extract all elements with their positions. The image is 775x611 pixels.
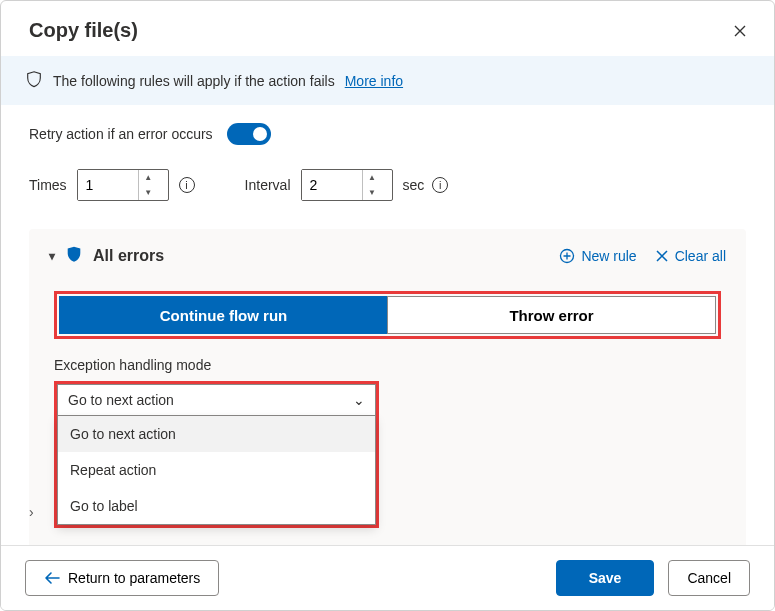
chevron-down-icon: ⌄ — [353, 392, 365, 408]
mode-label: Exception handling mode — [54, 357, 721, 373]
close-icon — [732, 23, 748, 39]
info-text: The following rules will apply if the ac… — [53, 73, 335, 89]
save-button[interactable]: Save — [556, 560, 655, 596]
advanced-expander[interactable]: › — [29, 504, 34, 520]
retry-fields: Times ▲ ▼ i Interval ▲ ▼ — [29, 169, 746, 201]
retry-toggle[interactable] — [227, 123, 271, 145]
retry-label: Retry action if an error occurs — [29, 126, 213, 142]
info-icon[interactable]: i — [432, 177, 448, 193]
cancel-button[interactable]: Cancel — [668, 560, 750, 596]
dialog-title: Copy file(s) — [29, 19, 138, 42]
errors-title: All errors — [93, 247, 164, 265]
mode-dropdown-list: Go to next action Repeat action Go to la… — [57, 416, 376, 525]
x-icon — [655, 249, 669, 263]
shield-icon — [65, 245, 83, 267]
tab-continue-flow-run[interactable]: Continue flow run — [59, 296, 387, 334]
times-up-icon[interactable]: ▲ — [139, 170, 158, 185]
errors-panel: ▾ All errors New rule Clear all — [29, 229, 746, 548]
segmented-highlight: Continue flow run Throw error — [54, 291, 721, 339]
shield-icon — [25, 70, 43, 91]
interval-down-icon[interactable]: ▼ — [363, 185, 382, 200]
plus-circle-icon — [559, 248, 575, 264]
errors-title-row[interactable]: ▾ All errors — [49, 245, 164, 267]
arrow-left-icon — [44, 571, 60, 585]
mode-dropdown-highlight: Go to next action ⌄ Go to next action Re… — [54, 381, 379, 528]
interval-input[interactable] — [302, 170, 362, 200]
segmented-control: Continue flow run Throw error — [59, 296, 716, 334]
return-to-parameters-button[interactable]: Return to parameters — [25, 560, 219, 596]
more-info-link[interactable]: More info — [345, 73, 403, 89]
tab-throw-error[interactable]: Throw error — [387, 296, 716, 334]
interval-up-icon[interactable]: ▲ — [363, 170, 382, 185]
dialog-body: Retry action if an error occurs Times ▲ … — [1, 105, 774, 548]
mode-option[interactable]: Go to label — [58, 488, 375, 524]
retry-row: Retry action if an error occurs — [29, 123, 746, 145]
interval-unit: sec — [403, 177, 425, 193]
times-label: Times — [29, 177, 67, 193]
chevron-right-icon: › — [29, 504, 34, 520]
clear-all-button[interactable]: Clear all — [655, 248, 726, 264]
chevron-down-icon: ▾ — [49, 249, 55, 263]
times-down-icon[interactable]: ▼ — [139, 185, 158, 200]
mode-dropdown[interactable]: Go to next action ⌄ — [57, 384, 376, 416]
dialog: Copy file(s) The following rules will ap… — [0, 0, 775, 611]
mode-option[interactable]: Repeat action — [58, 452, 375, 488]
times-input[interactable] — [78, 170, 138, 200]
mode-option[interactable]: Go to next action — [58, 416, 375, 452]
info-bar: The following rules will apply if the ac… — [1, 56, 774, 105]
mode-selected-value: Go to next action — [68, 392, 174, 408]
interval-label: Interval — [245, 177, 291, 193]
close-button[interactable] — [730, 21, 750, 41]
dialog-footer: Return to parameters Save Cancel — [1, 545, 774, 610]
new-rule-button[interactable]: New rule — [559, 248, 636, 264]
info-icon[interactable]: i — [179, 177, 195, 193]
dialog-header: Copy file(s) — [1, 1, 774, 56]
times-spin[interactable]: ▲ ▼ — [77, 169, 169, 201]
interval-spin[interactable]: ▲ ▼ — [301, 169, 393, 201]
